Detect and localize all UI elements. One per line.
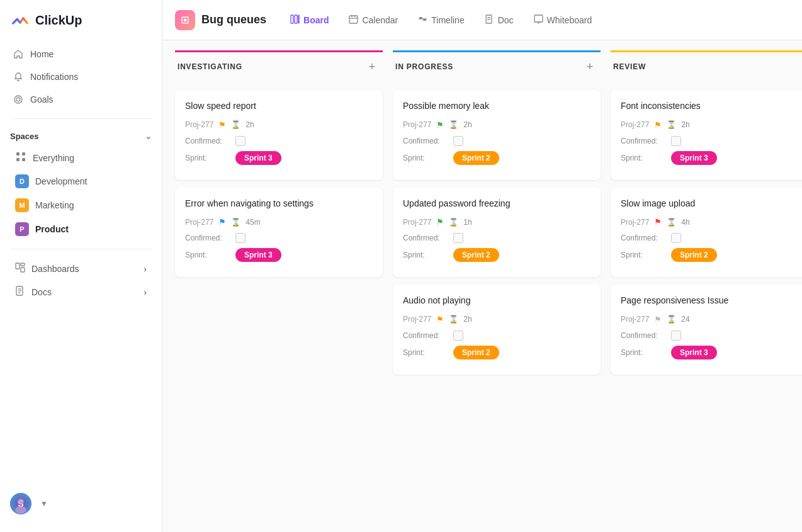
sidebar-item-goals-label: Goals <box>30 94 54 105</box>
topbar-nav-doc[interactable]: Doc <box>476 10 522 30</box>
confirmed-checkbox-5[interactable] <box>453 331 463 341</box>
sidebar-divider <box>10 118 152 119</box>
confirmed-checkbox-2[interactable] <box>235 233 246 243</box>
calendar-label: Calendar <box>362 15 398 25</box>
sprint-badge-6[interactable]: Sprint 3 <box>671 151 717 165</box>
time-icon-3: ⌛ <box>449 120 458 129</box>
card-title-error-nav: Error when navigating to settings <box>185 198 373 210</box>
card-field-sprint-5: Sprint: Sprint 2 <box>403 346 590 359</box>
confirmed-checkbox-3[interactable] <box>453 136 463 146</box>
svg-point-15 <box>18 499 24 505</box>
sidebar-item-notifications[interactable]: Notifications <box>5 65 157 88</box>
column-title-review: REVIEW <box>613 62 646 71</box>
card-proj-6: Proj-277 <box>621 120 649 129</box>
confirmed-checkbox-1[interactable] <box>235 136 246 146</box>
confirmed-checkbox-6[interactable] <box>671 136 681 146</box>
logo[interactable]: ClickUp <box>0 10 162 43</box>
card-field-confirmed-3: Confirmed: <box>403 136 590 146</box>
chevron-down-icon[interactable]: ⌄ <box>145 132 152 141</box>
docs-chevron-icon: › <box>144 287 147 297</box>
sidebar-item-dashboards[interactable]: Dashboards › <box>5 257 157 280</box>
everything-label: Everything <box>33 153 74 163</box>
topbar-nav-board[interactable]: Board <box>281 10 337 30</box>
user-profile-area[interactable]: S ▼ <box>0 485 162 522</box>
card-field-sprint-6: Sprint: Sprint 3 <box>621 151 802 165</box>
time-icon-1: ⌛ <box>231 120 240 129</box>
main-content: Bug queues Board Calendar Timeline <box>162 0 802 532</box>
svg-rect-8 <box>21 268 25 272</box>
card-proj-7: Proj-277 <box>621 218 649 227</box>
sidebar: ClickUp Home Notifications Goals Spaces … <box>0 0 162 532</box>
sidebar-item-goals[interactable]: Goals <box>5 88 157 111</box>
confirmed-label-1: Confirmed: <box>185 137 230 145</box>
topbar-nav-calendar[interactable]: Calendar <box>340 10 407 30</box>
development-label: Development <box>35 176 88 186</box>
card-font-inconsistencies[interactable]: Font inconsistencies Proj-277 ⚑ ⌛ 2h Con… <box>611 90 802 180</box>
column-in-progress: IN PROGRESS + Possible memory leak Proj-… <box>393 50 601 522</box>
sidebar-item-development[interactable]: D Development <box>5 169 157 193</box>
card-title-font: Font inconsistencies <box>621 100 802 113</box>
svg-rect-19 <box>291 15 293 23</box>
column-add-investigating[interactable]: + <box>364 59 380 75</box>
card-slow-speed[interactable]: Slow speed report Proj-277 ⚑ ⌛ 2h Confir… <box>175 90 383 180</box>
topbar-nav-timeline[interactable]: Timeline <box>409 10 473 30</box>
card-memory-leak[interactable]: Possible memory leak Proj-277 ⚑ ⌛ 2h Con… <box>393 90 601 180</box>
product-avatar: P <box>15 222 29 236</box>
sprint-label-7: Sprint: <box>621 251 666 259</box>
logo-text: ClickUp <box>35 13 82 28</box>
confirmed-checkbox-4[interactable] <box>453 233 463 243</box>
sidebar-item-docs[interactable]: Docs › <box>5 280 157 303</box>
sidebar-item-everything[interactable]: Everything <box>5 146 157 169</box>
confirmed-checkbox-7[interactable] <box>671 233 681 243</box>
sprint-badge-2[interactable]: Sprint 3 <box>235 248 281 262</box>
sprint-badge-7[interactable]: Sprint 2 <box>671 248 717 262</box>
topbar-nav: Board Calendar Timeline Doc <box>281 10 601 30</box>
sidebar-item-product[interactable]: P Product <box>5 217 157 241</box>
spaces-label: Spaces <box>10 132 39 141</box>
confirmed-checkbox-8[interactable] <box>671 331 681 341</box>
card-title-password-freeze: Updated password freezing <box>403 198 590 210</box>
card-field-sprint-8: Sprint: Sprint 3 <box>621 346 802 359</box>
card-meta-memory-leak: Proj-277 ⚑ ⌛ 2h <box>403 120 590 130</box>
time-icon-4: ⌛ <box>449 218 458 227</box>
svg-rect-6 <box>16 263 20 269</box>
card-proj-4: Proj-277 <box>403 218 431 227</box>
goals-icon <box>13 94 24 105</box>
sprint-badge-5[interactable]: Sprint 2 <box>453 346 499 359</box>
sidebar-item-marketing[interactable]: M Marketing <box>5 193 157 217</box>
sprint-label-2: Sprint: <box>185 251 230 259</box>
time-val-2: 45m <box>246 218 260 227</box>
svg-point-18 <box>184 18 187 21</box>
sprint-badge-1[interactable]: Sprint 3 <box>235 151 281 165</box>
everything-grid-icon <box>15 151 26 164</box>
svg-rect-2 <box>16 152 20 156</box>
dashboards-chevron-icon: › <box>144 264 147 274</box>
card-error-navigating[interactable]: Error when navigating to settings Proj-2… <box>175 188 383 278</box>
topbar-nav-whiteboard[interactable]: Whiteboard <box>525 10 601 30</box>
time-val-1: 2h <box>246 120 254 129</box>
card-title-page-resp: Page responsiveness Issue <box>621 295 802 307</box>
column-title-investigating: INVESTIGATING <box>178 62 242 71</box>
column-add-in-progress[interactable]: + <box>582 59 598 75</box>
card-page-responsiveness[interactable]: Page responsiveness Issue Proj-277 ⚑ ⌛ 2… <box>611 285 802 375</box>
sprint-badge-4[interactable]: Sprint 2 <box>453 248 499 262</box>
sprint-badge-8[interactable]: Sprint 3 <box>671 346 717 359</box>
avatar[interactable]: S <box>10 493 31 514</box>
card-field-confirmed-2: Confirmed: <box>185 233 373 243</box>
product-label: Product <box>35 224 69 234</box>
sprint-badge-3[interactable]: Sprint 2 <box>453 151 499 165</box>
marketing-avatar: M <box>15 198 29 212</box>
user-chevron-icon: ▼ <box>40 499 48 508</box>
column-add-review[interactable]: + <box>799 59 802 75</box>
card-field-confirmed-1: Confirmed: <box>185 136 373 146</box>
column-title-in-progress: IN PROGRESS <box>395 62 453 71</box>
card-audio-not-playing[interactable]: Audio not playing Proj-277 ⚑ ⌛ 2h Confir… <box>393 285 601 375</box>
card-meta-page-resp: Proj-277 ⚑ ⌛ 24 <box>621 315 802 324</box>
sidebar-item-home[interactable]: Home <box>5 43 157 65</box>
card-password-freeze[interactable]: Updated password freezing Proj-277 ⚑ ⌛ 1… <box>393 188 601 278</box>
confirmed-label-6: Confirmed: <box>621 137 666 145</box>
spaces-header: Spaces ⌄ <box>0 127 162 146</box>
card-slow-image[interactable]: Slow image upload Proj-277 ⚑ ⌛ 4h Confir… <box>611 188 802 278</box>
dashboards-label: Dashboards <box>31 264 79 274</box>
bell-icon <box>13 71 24 82</box>
